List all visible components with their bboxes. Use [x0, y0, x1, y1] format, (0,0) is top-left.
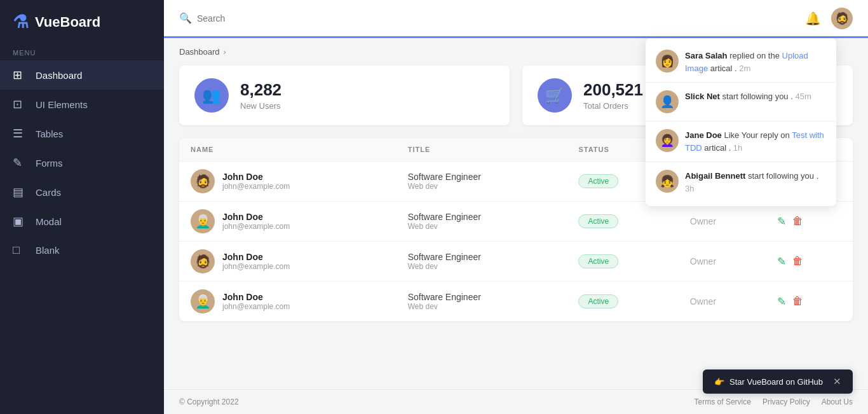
github-banner: 👉 Star VueBoard on GitHub ✕ — [703, 369, 853, 394]
user-email-2: john@example.com — [222, 262, 290, 271]
menu-label: MENU — [0, 44, 164, 60]
notif-item-3[interactable]: 👧 Abigail Bennett start following you . … — [646, 162, 836, 202]
edit-button-3[interactable]: ✎ — [777, 295, 786, 308]
sidebar-label-forms: Forms — [36, 158, 63, 169]
sidebar-label-cards: Cards — [36, 187, 61, 198]
notif-avatar-3: 👧 — [656, 170, 679, 193]
title-sub-2: Web dev — [408, 262, 556, 271]
stat-label-1: Total Orders — [583, 101, 643, 111]
nav-icon-forms: ✎ — [13, 156, 27, 170]
action-icons-1: ✎ 🗑 — [777, 215, 841, 228]
role-3: Owner — [690, 296, 716, 307]
sidebar-item-modal[interactable]: ▣ Modal — [0, 207, 164, 236]
title-main-2: Software Engineer — [408, 252, 556, 262]
stat-card-0: 👥 8,282 New Users — [179, 66, 510, 125]
notif-avatar-1: 👤 — [656, 90, 679, 113]
nav-icon-cards: ▤ — [13, 185, 27, 199]
delete-button-1[interactable]: 🗑 — [792, 215, 803, 228]
stat-number-1: 200,521 — [583, 80, 643, 100]
header-actions: 🔔 🧔 — [805, 8, 853, 29]
notif-suffix-0: artical . — [710, 64, 740, 73]
notif-time-2: 1h — [733, 143, 742, 153]
table-row: 🧔 John Doe john@example.com Software Eng… — [179, 242, 853, 282]
user-email-1: john@example.com — [222, 222, 290, 231]
breadcrumb-chevron: › — [224, 47, 226, 57]
app-logo[interactable]: ⚗ VueBoard — [0, 0, 164, 44]
notif-item-2[interactable]: 👩‍🦱 Jane Doe Like Your reply on Test wit… — [646, 121, 836, 162]
footer-link-2[interactable]: About Us — [822, 397, 853, 406]
notif-item-1[interactable]: 👤 Slick Net start following you . 45m — [646, 83, 836, 121]
stat-icon-0: 👥 — [194, 78, 229, 113]
stat-label-0: New Users — [240, 101, 281, 111]
github-emoji: 👉 — [714, 377, 724, 387]
footer-link-1[interactable]: Privacy Policy — [763, 397, 810, 406]
sidebar-item-cards[interactable]: ▤ Cards — [0, 177, 164, 207]
user-name-3: John Doe — [222, 292, 290, 302]
stat-info-0: 8,282 New Users — [240, 80, 281, 111]
col-title: TITLE — [397, 138, 567, 162]
app-name: VueBoard — [35, 14, 100, 31]
nav-icon-blank: □ — [13, 244, 27, 257]
sidebar-item-tables[interactable]: ☰ Tables — [0, 119, 164, 148]
user-email-0: john@example.com — [222, 182, 290, 191]
action-icons-3: ✎ 🗑 — [777, 295, 841, 308]
sidebar-item-ui-elements[interactable]: ⊡ UI Elements — [0, 90, 164, 119]
edit-button-1[interactable]: ✎ — [777, 215, 786, 228]
breadcrumb-label: Dashboard — [179, 47, 220, 57]
user-cell-0: 🧔 John Doe john@example.com — [191, 169, 385, 193]
delete-button-3[interactable]: 🗑 — [792, 295, 803, 308]
notif-action-3: start following you . — [748, 171, 818, 181]
notif-avatar-0: 👩 — [656, 50, 679, 72]
edit-button-2[interactable]: ✎ — [777, 255, 786, 268]
footer-link-0[interactable]: Terms of Service — [695, 397, 751, 406]
status-badge-1: Active — [578, 214, 618, 228]
notif-item-0[interactable]: 👩 Sara Salah replied on the Upload Image… — [646, 42, 836, 83]
notif-name-0: Sara Salah — [685, 51, 728, 60]
delete-button-2[interactable]: 🗑 — [792, 255, 803, 268]
notif-time-3: 3h — [685, 184, 694, 193]
github-close-button[interactable]: ✕ — [833, 376, 841, 387]
notification-dropdown: 👩 Sara Salah replied on the Upload Image… — [646, 38, 836, 206]
notif-text-2: Jane Doe Like Your reply on Test with TD… — [685, 129, 826, 154]
stat-number-0: 8,282 — [240, 80, 281, 100]
user-cell-2: 🧔 John Doe john@example.com — [191, 249, 385, 273]
avatar-0: 🧔 — [191, 169, 215, 193]
sidebar-item-forms[interactable]: ✎ Forms — [0, 148, 164, 177]
user-name-2: John Doe — [222, 252, 290, 262]
status-badge-3: Active — [578, 294, 618, 308]
table-row: 👨‍🦳 John Doe john@example.com Software E… — [179, 282, 853, 322]
user-name-0: John Doe — [222, 172, 290, 182]
action-icons-2: ✎ 🗑 — [777, 255, 841, 268]
notif-name-2: Jane Doe — [685, 130, 722, 140]
sidebar-label-ui-elements: UI Elements — [36, 99, 88, 110]
role-1: Owner — [690, 216, 716, 226]
status-badge-0: Active — [578, 174, 618, 188]
title-main-1: Software Engineer — [408, 212, 556, 222]
title-main-3: Software Engineer — [408, 292, 556, 302]
user-cell-1: 👨‍🦳 John Doe john@example.com — [191, 209, 385, 233]
title-sub-1: Web dev — [408, 222, 556, 231]
title-main-0: Software Engineer — [408, 172, 556, 182]
nav-icon-ui-elements: ⊡ — [13, 97, 27, 111]
sidebar-label-dashboard: Dashboard — [36, 70, 82, 81]
notif-suffix-2: artical . — [704, 143, 733, 153]
sidebar-label-tables: Tables — [36, 128, 63, 139]
notif-name-1: Slick Net — [685, 92, 720, 101]
sidebar-label-modal: Modal — [36, 216, 62, 227]
title-sub-0: Web dev — [408, 182, 556, 191]
avatar-1: 👨‍🦳 — [191, 209, 215, 233]
notif-text-3: Abigail Bennett start following you . 3h — [685, 170, 826, 195]
bell-icon[interactable]: 🔔 — [805, 11, 821, 26]
status-badge-2: Active — [578, 254, 618, 268]
notif-text-1: Slick Net start following you . 45m — [685, 90, 811, 103]
stat-info-1: 200,521 Total Orders — [583, 80, 643, 111]
sidebar-item-blank[interactable]: □ Blank — [0, 236, 164, 265]
nav-icon-modal: ▣ — [13, 214, 27, 228]
user-avatar-header[interactable]: 🧔 — [831, 8, 853, 29]
notif-action-1: start following you . — [722, 92, 796, 101]
search-input[interactable] — [197, 13, 324, 24]
sidebar-item-dashboard[interactable]: ⊞ Dashboard — [0, 60, 164, 90]
user-email-3: john@example.com — [222, 302, 290, 311]
avatar-2: 🧔 — [191, 249, 215, 273]
table-row: 👨‍🦳 John Doe john@example.com Software E… — [179, 202, 853, 242]
